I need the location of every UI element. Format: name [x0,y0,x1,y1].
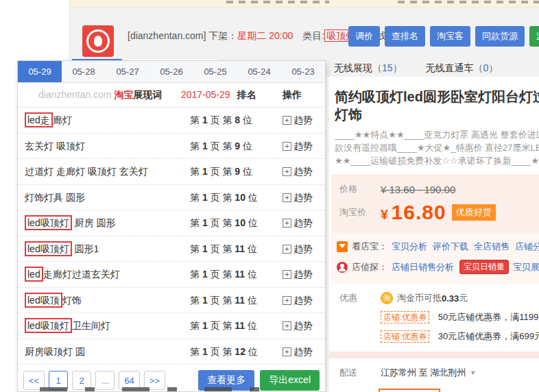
date-tab[interactable]: 05-23 [281,61,325,82]
delivery-route-select[interactable]: 江苏常州 至 湖北荆州 [381,367,466,379]
tool-link[interactable]: 店铺分析 [515,241,539,253]
plus-square-icon: + [283,219,291,228]
keyword-cell: led走廊灯过道玄关灯 [18,262,173,287]
plus-square-icon: + [283,321,291,330]
product-title: 简约吸顶灯led圆形卧室灯阳台灯过道走 灯饰 [329,77,539,123]
price-label: 价格 [339,183,381,195]
trend-link[interactable]: +趋势 [283,236,325,262]
product-title-line2: 灯饰 [335,106,539,123]
trend-link[interactable]: +趋势 [283,185,325,210]
table-row: led吸顶灯饰 第 1 页 第 11 位 +趋势 [18,288,325,314]
keyword-text: 厨房吸顶灯 圆 [25,346,85,357]
taojinbi-row: 淘 淘金币可抵0.33元 [381,292,539,304]
daily-sales-badge[interactable]: 宝贝日销量 [459,260,509,274]
rank-cell: 第 1 页 第 11 位 [173,262,283,287]
trend-link[interactable]: +趋势 [283,134,325,159]
table-row: 灯饰灯具 圆形 第 1 页 第 10 位 +趋势 [18,185,325,211]
product-title-line1: 简约吸顶灯led圆形卧室灯阳台灯过道走 [335,88,539,106]
dianzhentan-label: 店侦探： [352,261,387,273]
tool-link[interactable]: 评价下载 [433,241,468,253]
header-action-button[interactable]: 同款货源 [475,26,525,47]
date-tab[interactable]: 05-27 [106,61,149,82]
rank-column-header: 2017-05-29排名 [173,83,283,107]
date-tab[interactable]: 05-28 [62,61,106,82]
keyword-highlight: led吸顶灯 [25,241,72,256]
rank-cell: 第 1 页 第 12 位 [173,339,283,365]
header-action-button[interactable]: 淘宝客 [430,26,470,47]
trend-link[interactable]: +趋势 [283,210,325,236]
table-row: led走廊灯过道玄关灯 第 1 页 第 11 位 +趋势 [18,262,325,288]
product-description: ____★★特点★★____亚克力灯罩 高透光 整套价进口芯 款没有遥控器哦__… [329,123,539,167]
rank-cell: 第 1 页 第 11 位 [173,236,283,262]
clipped-top-bar [69,0,539,8]
report-date: 2017-05-29 [181,89,230,100]
keyword-cell: led吸顶灯 厨房 圆形 [18,210,173,236]
keyword-table: led走廊灯 第 1 页 第 8 位 +趋势 玄关灯 吸顶灯 第 1 页 第 9… [18,108,325,365]
rank-cell: 第 1 页 第 9 位 [173,159,283,184]
trend-link[interactable]: +趋势 [283,313,325,339]
clipped-next-row [40,387,277,391]
category-label: 类目: [302,30,324,41]
tool-links: 看店宝： 宝贝分析 评价下载 全店销售 店铺分析 店侦探： 店铺日销售分析 宝贝… [331,233,539,284]
tab-label: 无线直通车 [426,62,474,73]
keyword-text: 圆形1 [72,243,99,254]
date-tab[interactable]: 05-29 [18,61,62,82]
trend-link[interactable]: +趋势 [283,262,325,287]
trend-link[interactable]: +趋势 [283,288,325,313]
tool-link[interactable]: 店铺日销售分析 [392,261,454,273]
date-tab[interactable]: 05-26 [149,61,193,82]
date-tab[interactable]: 05-24 [237,61,281,82]
header-action-button[interactable]: 调价 [348,26,380,47]
trend-link[interactable]: +趋势 [283,159,325,184]
coupon-row: 店铺:优惠券 30元店铺优惠券，满699元 [381,330,539,343]
clipped-text-fragment [226,1,329,3]
description-line: ★★____运输破损免费补发☆☆承诺坏了换新____★★ [335,154,539,167]
trend-link[interactable]: +趋势 [283,108,325,133]
rank-cell: 第 1 页 第 9 位 [173,134,283,159]
tab-count: （15） [372,62,403,73]
tool-link[interactable]: 宝贝展现词 [513,261,539,273]
coupon-tag: 店铺:优惠券 [381,311,429,323]
keyword-cell: 玄关灯 吸顶灯 [18,134,173,159]
keyword-text: 走廊灯过道玄关灯 [43,269,120,280]
table-row: 厨房吸顶灯 圆 第 1 页 第 12 位 +趋势 [18,339,325,365]
tool-link[interactable]: 全店销售 [474,241,510,253]
header-action-button[interactable]: 监控此店铺 [529,26,539,47]
rank-cell: 第 1 页 第 11 位 [173,288,283,313]
display-tab[interactable]: 无线直通车（0） [417,59,507,77]
coupon-text: 50元店铺优惠券，满1199元 [438,312,539,322]
tab-label: 无线展现 [334,62,372,73]
plus-square-icon: + [283,245,291,254]
kandianbao-label: 看店宝： [352,241,387,253]
dianzhentan-icon [337,262,348,273]
description-line: ____★★特点★★____亚克力灯罩 高透光 整套价进口芯 [335,128,539,141]
table-row: led吸顶灯 圆形1 第 1 页 第 11 位 +趋势 [18,236,325,262]
coupon-tag: 店铺:优惠券 [381,330,429,343]
rank-cell: 第 1 页 第 8 位 [173,108,283,133]
rank-cell: 第 1 页 第 11 位 [173,313,283,339]
taobao-price-label: 淘宝价 [339,206,381,219]
keyword-cell: led吸顶灯卫生间灯 [18,313,173,339]
plus-square-icon: + [283,193,291,202]
clipped-text-fragment [398,1,539,3]
keyword-highlight: led走 [25,112,53,127]
tool-link[interactable]: 宝贝分析 [392,241,427,253]
header-actions: 调价 查排名 淘宝客 同款货源 监控此店铺 [348,26,539,47]
plus-square-icon: + [283,167,291,176]
keyword-highlight: led吸顶灯 [25,318,72,333]
description-line: 款没有遥控器哦____★大促★_特惠价 直径27厘米LED12 [335,141,539,154]
offshelf-label: 下架： [208,30,237,41]
quality-badge: 优质好货 [452,204,496,221]
date-tab[interactable]: 05-25 [193,61,237,82]
plus-square-icon: + [283,347,291,356]
plus-square-icon: + [283,142,291,151]
plus-square-icon: + [283,296,291,305]
header-action-button[interactable]: 查排名 [385,26,425,47]
delivery-label: 配送 [339,367,381,379]
delivery-section: 配送 江苏常州 至 湖北荆州 ▼ [329,358,539,379]
keyword-rank-popup: 05-29 05-28 05-27 05-26 05-25 05-24 05-2… [17,60,326,392]
keyword-text: 灯饰 [62,295,82,306]
display-tab[interactable]: 无线展现（15） [325,59,411,77]
chevron-down-icon[interactable]: ▼ [470,369,476,376]
trend-link[interactable]: +趋势 [283,339,325,365]
